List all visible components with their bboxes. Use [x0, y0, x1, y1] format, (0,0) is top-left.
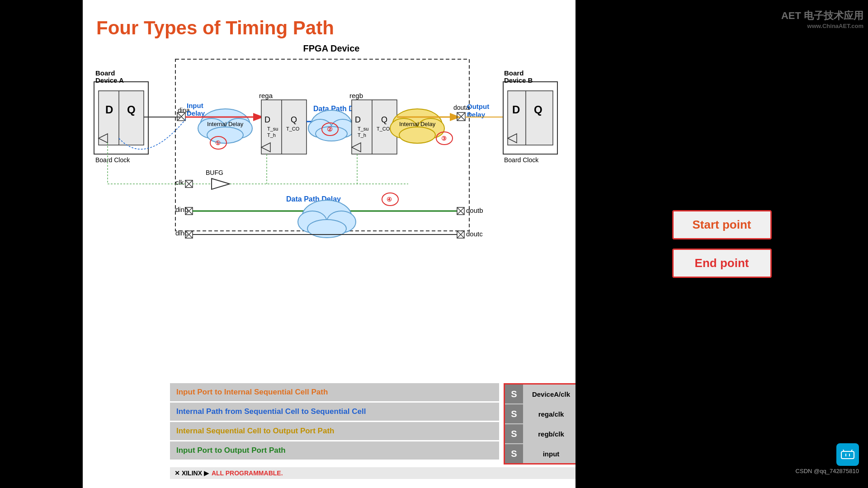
- svg-text:dinb: dinb: [175, 206, 188, 213]
- svg-text:doutc: doutc: [466, 230, 483, 238]
- svg-text:③: ③: [441, 135, 447, 142]
- xilinx-logo: ✕ XILINX ▶: [175, 469, 209, 477]
- s-val-3: regb/clk: [524, 424, 578, 443]
- s-label-4: S: [505, 444, 523, 463]
- csdn-label: CSDN @qq_742875810: [796, 468, 859, 474]
- svg-text:D: D: [264, 115, 270, 124]
- svg-point-52: [399, 127, 435, 143]
- svg-point-20: [207, 127, 243, 143]
- svg-text:doutb: doutb: [466, 206, 483, 214]
- svg-text:Input: Input: [187, 102, 203, 109]
- svg-text:T_su: T_su: [358, 126, 368, 131]
- watermark-line2: www.ChinaAET.com: [781, 23, 863, 29]
- svg-text:D: D: [105, 103, 113, 116]
- svg-text:Internal Delay: Internal Delay: [399, 121, 436, 127]
- svg-text:Q: Q: [381, 115, 387, 124]
- path-row-1: Input Port to Internal Sequential Cell P…: [170, 383, 499, 401]
- watermark: AET 电子技术应用 www.ChinaAET.com: [781, 9, 863, 29]
- svg-text:D: D: [512, 103, 520, 116]
- path-row-2: Internal Path from Sequential Cell to Se…: [170, 403, 499, 421]
- svg-text:Device B: Device B: [504, 76, 533, 84]
- svg-text:Delay: Delay: [187, 109, 205, 117]
- start-point-button[interactable]: Start point: [672, 210, 772, 239]
- s-val-4: input: [524, 444, 578, 463]
- svg-text:Board Clock: Board Clock: [504, 156, 539, 164]
- watermark-line1: AET 电子技术应用: [781, 9, 863, 23]
- end-point-button[interactable]: End point: [672, 249, 772, 278]
- s-val-2: rega/clk: [524, 404, 578, 423]
- s-val-1: DeviceA/clk: [524, 385, 578, 404]
- svg-text:T_h: T_h: [267, 132, 276, 138]
- all-programmable: ALL PROGRAMMABLE.: [212, 469, 283, 477]
- svg-text:clk: clk: [175, 178, 184, 186]
- page-title: Four Types of Timing Path: [92, 17, 566, 39]
- svg-text:Board: Board: [95, 69, 115, 77]
- bili-area: CSDN @qq_742875810: [796, 443, 859, 474]
- svg-rect-2: [99, 91, 144, 145]
- svg-text:Internal Delay: Internal Delay: [207, 121, 244, 127]
- path-row-4: Input Port to Output Port Path: [170, 441, 499, 460]
- right-panel: AET 电子技术应用 www.ChinaAET.com Start point …: [576, 0, 868, 488]
- svg-text:Board: Board: [504, 69, 524, 77]
- diagram-area: FPGA Device D Q Board Device A Board Clo…: [92, 43, 571, 310]
- svg-text:②: ②: [327, 126, 333, 133]
- path-list: Input Port to Internal Sequential Cell P…: [170, 383, 499, 465]
- s-label-1: S: [505, 385, 523, 404]
- svg-text:regb: regb: [349, 92, 363, 99]
- svg-rect-112: [841, 451, 854, 459]
- svg-text:④: ④: [387, 196, 392, 203]
- svg-marker-80: [212, 178, 230, 189]
- svg-text:T_CO: T_CO: [286, 126, 300, 131]
- svg-text:T_h: T_h: [358, 132, 366, 138]
- fpga-label: FPGA Device: [92, 43, 571, 54]
- slide: Four Types of Timing Path FPGA Device D …: [83, 0, 576, 488]
- diagram-svg: D Q Board Device A Board Clock dina Inpu…: [92, 55, 571, 272]
- svg-text:T_CO: T_CO: [377, 126, 390, 131]
- svg-text:Q: Q: [534, 103, 542, 116]
- svg-text:BUFG: BUFG: [206, 169, 223, 176]
- svg-text:dinc: dinc: [175, 229, 188, 237]
- s-label-3: S: [505, 424, 523, 443]
- svg-text:Output: Output: [467, 103, 489, 110]
- svg-rect-65: [508, 91, 553, 145]
- svg-text:Q: Q: [127, 103, 136, 116]
- path-row-3: Internal Sequential Cell to Output Port …: [170, 422, 499, 440]
- s-label-2: S: [505, 404, 523, 423]
- svg-text:T_su: T_su: [267, 126, 278, 131]
- svg-text:rega: rega: [259, 92, 273, 99]
- svg-text:Device A: Device A: [95, 76, 124, 84]
- svg-text:D: D: [355, 115, 361, 124]
- svg-text:①: ①: [215, 140, 221, 146]
- svg-text:Q: Q: [291, 115, 297, 124]
- svg-text:Board Clock: Board Clock: [95, 156, 130, 164]
- bilibili-icon[interactable]: [836, 443, 859, 466]
